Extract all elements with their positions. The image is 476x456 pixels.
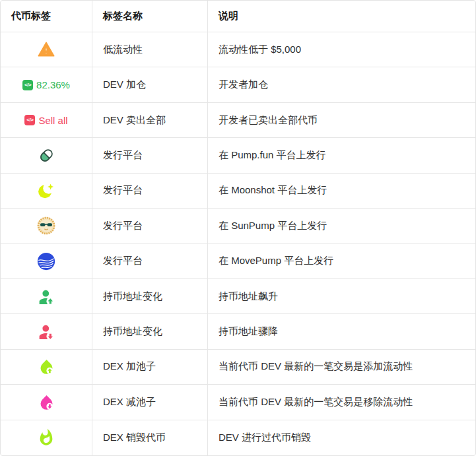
tag-description: 持币地址骤降 <box>208 325 278 338</box>
tag-name: DEX 加池子 <box>92 360 156 373</box>
table-row-cell: 当前代币 DEV 最新的一笔交易是添加流动性 <box>208 350 475 385</box>
table-row-cell: 持币地址变化 <box>92 279 208 314</box>
tag-description: 流动性低于 $5,000 <box>208 44 301 56</box>
sunpump-sun-icon <box>36 216 56 236</box>
table-row-cell <box>1 314 92 349</box>
table-row-cell: 开发者已卖出全部代币 <box>208 103 475 138</box>
burn-flame-icon <box>37 428 55 447</box>
table-row-cell: 当前代币 DEV 最新的一笔交易是移除流动性 <box>208 385 475 420</box>
table-row-cell: </> Sell all <box>1 103 92 138</box>
table-row-cell: 低流动性 <box>92 32 208 67</box>
table-row-cell: DEX 加池子 <box>92 350 208 385</box>
tag-description: 当前代币 DEV 最新的一笔交易是添加流动性 <box>208 360 413 373</box>
tag-name: 发行平台 <box>92 149 143 162</box>
tag-name: 发行平台 <box>92 220 143 232</box>
table-row-cell <box>1 279 92 314</box>
tag-description: 在 MovePump 平台上发行 <box>208 255 333 267</box>
tag-description: 持币地址飙升 <box>208 290 278 303</box>
tag-description: 开发者已卖出全部代币 <box>208 114 318 127</box>
table-row-cell <box>1 138 92 173</box>
moonshot-moon-icon <box>36 181 56 201</box>
pump-fun-pill-icon <box>38 147 55 164</box>
tag-description: 在 SunPump 平台上发行 <box>208 220 327 232</box>
tag-description: DEV 进行过代币销毁 <box>208 432 311 444</box>
table-row-cell <box>1 174 92 209</box>
warning-triangle-icon <box>38 41 55 58</box>
table-row-cell <box>1 420 92 455</box>
tag-name: 低流动性 <box>92 44 143 56</box>
table-row-cell: DEV 卖出全部 <box>92 103 208 138</box>
table-row-cell: 在 MovePump 平台上发行 <box>208 244 475 279</box>
tag-name: 持币地址变化 <box>92 325 162 338</box>
pool-add-icon <box>38 358 55 375</box>
table-row-cell <box>1 244 92 279</box>
holder-down-icon <box>37 322 56 341</box>
table-row-cell <box>1 32 92 67</box>
dev-buy-badge: </> 82.36% <box>22 79 70 90</box>
table-row-cell: 流动性低于 $5,000 <box>208 32 475 67</box>
header-token-tag: 代币标签 <box>1 1 92 32</box>
tag-name: DEV 卖出全部 <box>92 114 166 127</box>
table-row-cell: 开发者加仓 <box>208 67 475 102</box>
table-row-cell <box>1 385 92 420</box>
tag-description: 当前代币 DEV 最新的一笔交易是移除流动性 <box>208 396 413 408</box>
tag-description: 在 Moonshot 平台上发行 <box>208 184 327 197</box>
header-label: 代币标签 <box>11 10 51 22</box>
pool-remove-icon <box>38 393 55 411</box>
tag-name: 持币地址变化 <box>92 290 162 303</box>
tag-name: 发行平台 <box>92 255 143 267</box>
table-row-cell: 持币地址变化 <box>92 314 208 349</box>
header-label: 说明 <box>219 10 238 22</box>
table-row-cell: DEV 加仓 <box>92 67 208 102</box>
dev-code-icon: </> <box>24 115 35 125</box>
table-row-cell: DEX 销毁代币 <box>92 420 208 455</box>
table-row-cell: 发行平台 <box>92 138 208 173</box>
tag-name: 发行平台 <box>92 184 143 197</box>
holder-up-icon <box>37 287 56 306</box>
dev-sell-label: Sell all <box>38 115 67 126</box>
header-description: 说明 <box>208 1 475 32</box>
token-tags-table: 代币标签 标签名称 说明 低流动性 流动性低于 $5,000 </> 82.36… <box>0 0 476 456</box>
table-row-cell: 在 Pump.fun 平台上发行 <box>208 138 475 173</box>
tag-name: DEV 加仓 <box>92 79 146 91</box>
table-row-cell <box>1 350 92 385</box>
table-row-cell: DEV 进行过代币销毁 <box>208 420 475 455</box>
tag-description: 开发者加仓 <box>208 79 268 91</box>
table-row-cell: 发行平台 <box>92 244 208 279</box>
dev-code-icon: </> <box>22 80 33 90</box>
table-row-cell: 在 SunPump 平台上发行 <box>208 209 475 244</box>
tag-description: 在 Pump.fun 平台上发行 <box>208 149 326 162</box>
header-label: 标签名称 <box>103 10 143 22</box>
tag-name: DEX 销毁代币 <box>92 432 166 444</box>
table-row-cell: 持币地址飙升 <box>208 279 475 314</box>
table-row-cell: 在 Moonshot 平台上发行 <box>208 174 475 209</box>
table-row-cell <box>1 209 92 244</box>
dev-buy-percent: 82.36% <box>36 79 70 90</box>
table-row-cell: 发行平台 <box>92 174 208 209</box>
table-row-cell: 持币地址骤降 <box>208 314 475 349</box>
movepump-globe-icon <box>36 251 56 271</box>
header-tag-name: 标签名称 <box>92 1 208 32</box>
table-row-cell: 发行平台 <box>92 209 208 244</box>
dev-sell-badge: </> Sell all <box>24 115 67 126</box>
tag-name: DEX 减池子 <box>92 396 156 408</box>
table-row-cell: DEX 减池子 <box>92 385 208 420</box>
table-row-cell: </> 82.36% <box>1 67 92 102</box>
